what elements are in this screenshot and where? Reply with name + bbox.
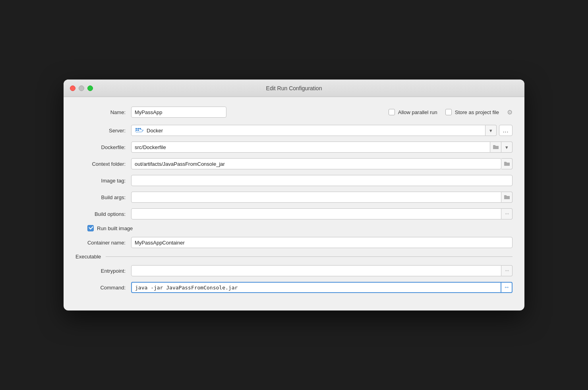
container-name-input[interactable] bbox=[131, 237, 513, 248]
build-args-input-wrapper bbox=[131, 192, 513, 203]
dockerfile-folder-button[interactable] bbox=[490, 142, 501, 153]
server-dropdown[interactable]: Docker bbox=[131, 125, 485, 136]
chevron-down-icon bbox=[489, 127, 492, 134]
name-input[interactable] bbox=[131, 107, 226, 118]
command-input-wrapper: ⤢ bbox=[131, 282, 513, 293]
build-options-input-wrapper: ⤢ bbox=[131, 208, 513, 219]
command-expand-button[interactable]: ⤢ bbox=[501, 282, 513, 293]
folder-icon bbox=[504, 161, 510, 167]
dockerfile-label: Dockerfile: bbox=[75, 144, 131, 150]
command-label: Command: bbox=[75, 285, 131, 291]
run-built-image-checkbox[interactable] bbox=[87, 225, 94, 231]
docker-icon bbox=[135, 127, 143, 134]
svg-rect-1 bbox=[137, 128, 139, 129]
section-divider bbox=[106, 256, 513, 257]
name-row: Name: Allow parallel run Store as projec… bbox=[75, 107, 513, 118]
server-label: Server: bbox=[75, 128, 131, 134]
context-folder-input[interactable] bbox=[131, 158, 501, 169]
run-built-image-row: Run built image bbox=[87, 225, 513, 231]
command-row: Command: ⤢ bbox=[75, 282, 513, 293]
executable-section-title: Executable bbox=[75, 254, 101, 260]
entrypoint-input[interactable] bbox=[131, 265, 501, 276]
close-button[interactable] bbox=[70, 85, 75, 91]
entrypoint-label: Entrypoint: bbox=[75, 268, 131, 274]
svg-rect-4 bbox=[135, 130, 137, 131]
context-folder-input-wrapper bbox=[131, 158, 513, 169]
dockerfile-input-wrapper bbox=[131, 142, 513, 153]
build-options-row: Build options: ⤢ bbox=[75, 208, 513, 219]
chevron-down-icon bbox=[505, 144, 508, 151]
store-project-label: Store as project file bbox=[455, 109, 499, 115]
main-window: Edit Run Configuration Name: Allow paral… bbox=[64, 80, 524, 310]
image-tag-row: Image tag: bbox=[75, 175, 513, 186]
store-project-group: Store as project file bbox=[445, 109, 499, 115]
name-label: Name: bbox=[75, 109, 131, 115]
build-args-folder-button[interactable] bbox=[501, 192, 513, 203]
context-folder-label: Context folder: bbox=[75, 161, 131, 167]
form-content: Name: Allow parallel run Store as projec… bbox=[64, 97, 524, 310]
executable-section-header: Executable bbox=[75, 254, 513, 260]
server-more-button[interactable]: ... bbox=[499, 125, 513, 136]
svg-rect-3 bbox=[137, 130, 139, 131]
entrypoint-expand-button[interactable]: ⤢ bbox=[501, 265, 513, 276]
server-dropdown-inner: Docker bbox=[135, 127, 163, 134]
dockerfile-input[interactable] bbox=[131, 142, 490, 153]
entrypoint-row: Entrypoint: ⤢ bbox=[75, 265, 513, 276]
context-folder-button[interactable] bbox=[501, 158, 513, 169]
traffic-lights bbox=[70, 85, 93, 91]
allow-parallel-label: Allow parallel run bbox=[398, 109, 437, 115]
allow-parallel-checkbox[interactable] bbox=[389, 109, 395, 115]
server-value: Docker bbox=[147, 128, 163, 134]
gear-icon[interactable]: ⚙ bbox=[507, 109, 513, 116]
store-project-checkbox[interactable] bbox=[445, 109, 452, 115]
maximize-button[interactable] bbox=[87, 85, 93, 91]
build-args-input[interactable] bbox=[131, 192, 501, 203]
build-args-row: Build args: bbox=[75, 192, 513, 203]
entrypoint-input-wrapper: ⤢ bbox=[131, 265, 513, 276]
context-folder-row: Context folder: bbox=[75, 158, 513, 169]
build-options-input[interactable] bbox=[131, 208, 501, 219]
dockerfile-row: Dockerfile: bbox=[75, 142, 513, 153]
image-tag-label: Image tag: bbox=[75, 178, 131, 184]
expand-icon: ⤢ bbox=[503, 284, 510, 291]
container-name-row: Container name: bbox=[75, 237, 513, 248]
dockerfile-dropdown-button[interactable] bbox=[501, 142, 513, 153]
allow-parallel-group: Allow parallel run bbox=[389, 109, 437, 115]
window-title: Edit Run Configuration bbox=[266, 85, 322, 91]
image-tag-input[interactable] bbox=[131, 175, 513, 186]
titlebar: Edit Run Configuration bbox=[64, 80, 524, 97]
svg-rect-0 bbox=[135, 128, 137, 129]
server-input-wrapper: Docker bbox=[131, 125, 497, 136]
folder-icon bbox=[493, 144, 499, 150]
build-options-expand-button[interactable]: ⤢ bbox=[501, 208, 513, 219]
minimize-button[interactable] bbox=[79, 85, 84, 91]
folder-icon bbox=[504, 194, 510, 200]
expand-icon: ⤢ bbox=[503, 268, 510, 274]
server-dropdown-chevron[interactable] bbox=[485, 125, 497, 136]
name-options: Allow parallel run Store as project file… bbox=[389, 109, 513, 116]
run-built-image-label: Run built image bbox=[97, 225, 133, 231]
build-options-label: Build options: bbox=[75, 211, 131, 217]
expand-icon: ⤢ bbox=[503, 211, 510, 217]
command-input[interactable] bbox=[131, 282, 501, 293]
server-row: Server: Docker bbox=[75, 125, 513, 136]
build-args-label: Build args: bbox=[75, 194, 131, 200]
container-name-label: Container name: bbox=[75, 240, 131, 246]
